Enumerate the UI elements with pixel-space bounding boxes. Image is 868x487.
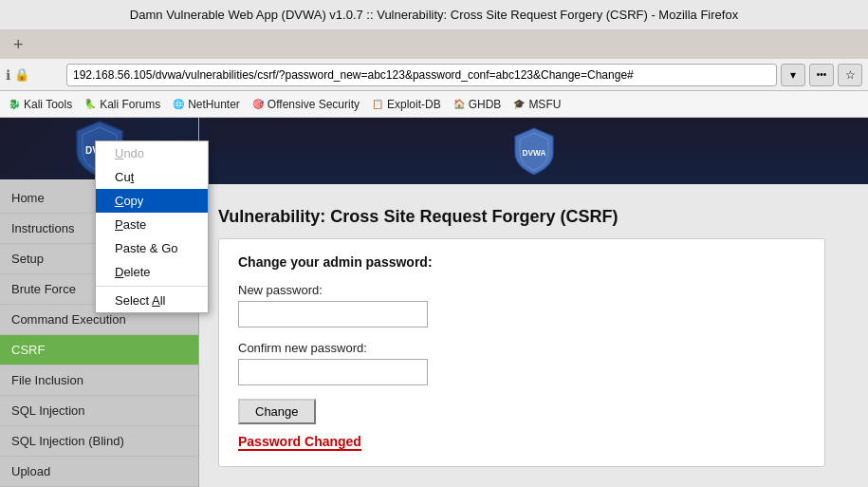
add-tab-button[interactable]: + (8, 35, 29, 55)
sidebar-item-file-inclusion[interactable]: File Inclusion (0, 365, 198, 396)
ghdb-icon: 🏠 (452, 98, 466, 111)
bookmark-msfu-label: MSFU (528, 98, 561, 111)
url-bar: ℹ 🔒 ▾ ••• ☆ (0, 59, 868, 91)
context-menu-delete-label: Delete (115, 265, 151, 279)
confirm-password-input[interactable] (238, 359, 428, 385)
bookmark-offensive-security-label: Offensive Security (268, 98, 360, 111)
exploit-db-icon: 📋 (371, 98, 384, 111)
context-menu-undo-label: Undo (115, 146, 144, 160)
url-bar-actions: ▾ ••• ☆ (781, 64, 862, 86)
url-input[interactable] (66, 64, 777, 86)
bookmark-offensive-security[interactable]: 🎯 Offensive Security (251, 98, 360, 111)
context-menu-copy[interactable]: Copy (96, 189, 208, 213)
url-more-button[interactable]: ••• (809, 64, 834, 86)
success-message: Password Changed (238, 424, 805, 451)
context-menu-select-all-label: Select All (115, 293, 165, 308)
sidebar-item-upload[interactable]: Upload (0, 457, 198, 487)
confirm-password-label: Confirm new password: (238, 341, 805, 355)
bookmark-ghdb[interactable]: 🏠 GHDB (452, 98, 502, 111)
offensive-security-icon: 🎯 (251, 98, 265, 111)
sidebar-item-sql-injection[interactable]: SQL Injection (0, 396, 198, 426)
bookmark-msfu[interactable]: 🎓 MSFU (512, 98, 561, 111)
bookmark-kali-tools[interactable]: 🐉 Kali Tools (8, 98, 72, 111)
url-dropdown-button[interactable]: ▾ (781, 64, 805, 86)
password-changed-text: Password Changed (238, 434, 361, 451)
sidebar-item-csrf[interactable]: CSRF (0, 335, 198, 365)
new-password-label: New password: (238, 283, 805, 297)
content-area: Vulnerability: Cross Site Request Forger… (199, 184, 868, 482)
sidebar-item-sql-injection-blind[interactable]: SQL Injection (Blind) (0, 426, 198, 457)
kali-forums-icon: 🦜 (83, 98, 97, 111)
tab-bar: + (0, 30, 868, 59)
context-menu-cut-label: Cut (115, 170, 134, 184)
context-menu-select-all[interactable]: Select All (96, 289, 208, 312)
url-security-icons: ℹ 🔒 (6, 67, 63, 83)
bookmarks-bar: 🐉 Kali Tools 🦜 Kali Forums 🌐 NetHunter 🎯… (0, 91, 868, 118)
bookmark-exploit-db-label: Exploit-DB (387, 98, 441, 111)
dvwa-header-banner: DVWA (199, 118, 868, 184)
csrf-form-box: Change your admin password: New password… (218, 238, 825, 467)
bookmark-kali-tools-label: Kali Tools (24, 98, 72, 111)
change-button[interactable]: Change (238, 399, 316, 424)
context-menu-paste-go-label: Paste & Go (115, 241, 177, 255)
kali-tools-icon: 🐉 (8, 98, 21, 111)
bookmark-kali-forums[interactable]: 🦜 Kali Forums (83, 98, 160, 111)
bookmark-exploit-db[interactable]: 📋 Exploit-DB (371, 98, 441, 111)
dvwa-header-logo: DVWA (510, 123, 558, 178)
context-menu-undo[interactable]: Undo (96, 141, 208, 165)
bookmark-nethunter[interactable]: 🌐 NetHunter (172, 98, 240, 111)
context-menu-paste[interactable]: Paste (96, 213, 208, 236)
bookmark-nethunter-label: NetHunter (188, 98, 240, 111)
page-title: Vulnerability: Cross Site Request Forger… (218, 199, 849, 238)
new-password-group: New password: (238, 283, 805, 328)
context-menu: Undo Cut Copy Paste Paste & Go Delete Se… (95, 140, 209, 313)
msfu-icon: 🎓 (512, 98, 526, 111)
new-password-input[interactable] (238, 301, 428, 328)
context-menu-separator (96, 286, 208, 287)
bookmark-ghdb-label: GHDB (469, 98, 502, 111)
main-content: DVWA Vulnerability: Cross Site Request F… (199, 118, 868, 487)
form-heading: Change your admin password: (238, 254, 805, 270)
lock-icon[interactable]: 🔒 (14, 67, 29, 82)
url-bookmark-button[interactable]: ☆ (838, 64, 862, 86)
info-icon[interactable]: ℹ (6, 67, 10, 83)
context-menu-delete[interactable]: Delete (96, 260, 208, 284)
svg-text:DVWA: DVWA (522, 148, 545, 158)
window-title: Damn Vulnerable Web App (DVWA) v1.0.7 ::… (130, 8, 738, 22)
context-menu-paste-go[interactable]: Paste & Go (96, 236, 208, 260)
context-menu-paste-label: Paste (115, 217, 146, 232)
context-menu-cut[interactable]: Cut (96, 165, 208, 189)
nethunter-icon: 🌐 (172, 98, 185, 111)
title-bar: Damn Vulnerable Web App (DVWA) v1.0.7 ::… (0, 0, 868, 30)
context-menu-copy-label: Copy (115, 194, 143, 208)
dvwa-header-svg: DVWA (510, 123, 558, 178)
confirm-password-group: Confirm new password: (238, 341, 805, 385)
bookmark-kali-forums-label: Kali Forums (100, 98, 160, 111)
